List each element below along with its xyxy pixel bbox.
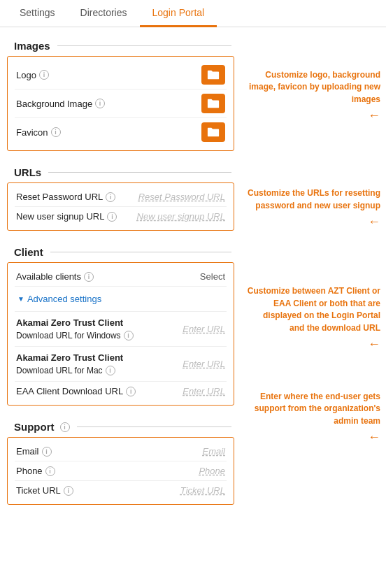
ticket-url-info-icon[interactable]: i: [64, 486, 73, 496]
tab-login-portal[interactable]: Login Portal: [140, 0, 217, 27]
email-label-text: Email: [16, 446, 39, 457]
reset-password-url-input[interactable]: Reset Password URL: [138, 192, 225, 202]
available-clients-label: Available clients i: [16, 271, 200, 282]
ticket-url-row: Ticket URL i Ticket URL: [15, 481, 227, 500]
urls-section-title: URLs: [7, 161, 234, 182]
tab-bar: Settings Directories Login Portal: [0, 0, 386, 27]
ticket-url-label-text: Ticket URL: [16, 485, 61, 496]
folder-icon: [207, 127, 220, 138]
available-clients-select-button[interactable]: Select: [200, 271, 225, 282]
support-section: Support i Email i Email Phone i Phone: [7, 415, 234, 505]
reset-password-url-label-text: Reset Password URL: [16, 192, 103, 202]
email-info-icon[interactable]: i: [42, 447, 52, 457]
azt-windows-row: Akamai Zero Trust Client Download URL fo…: [15, 312, 227, 347]
new-user-signup-url-input[interactable]: New user signup URL: [137, 211, 225, 222]
client-section-title: Client: [7, 241, 234, 262]
eaa-client-label: EAA Client Download URL i: [16, 386, 183, 396]
tab-directories[interactable]: Directories: [68, 0, 140, 27]
client-box: Available clients i Select ▼ Advanced se…: [7, 262, 234, 406]
ticket-url-input[interactable]: Ticket URL: [180, 485, 225, 496]
background-image-label-text: Background Image: [16, 99, 92, 109]
azt-windows-sublabel: Download URL for Windows i: [16, 331, 134, 340]
logo-row: Logo i: [15, 61, 227, 89]
available-clients-info-icon[interactable]: i: [84, 272, 94, 282]
azt-mac-label-text: Akamai Zero Trust Client: [16, 352, 123, 363]
phone-label: Phone i: [16, 466, 199, 476]
background-image-info-icon[interactable]: i: [95, 99, 105, 108]
background-image-label: Background Image i: [16, 99, 201, 109]
client-arrow-icon: ←: [368, 337, 380, 351]
logo-info-icon[interactable]: i: [39, 70, 49, 80]
reset-password-url-label: Reset Password URL i: [16, 192, 138, 202]
azt-mac-info-icon[interactable]: i: [106, 366, 115, 375]
urls-box: Reset Password URL i Reset Password URL …: [7, 182, 234, 231]
favicon-row: Favicon i: [15, 118, 227, 146]
email-row: Email i Email: [15, 442, 227, 461]
phone-row: Phone i Phone: [15, 461, 227, 481]
images-annotation-text: Customize logo, background image, favico…: [247, 69, 380, 106]
reset-password-url-info-icon[interactable]: i: [106, 192, 115, 202]
azt-windows-url-input[interactable]: Enter URL: [183, 324, 225, 334]
support-section-title: Support i: [7, 415, 234, 437]
logo-upload-button[interactable]: [201, 65, 225, 85]
tab-settings[interactable]: Settings: [7, 0, 68, 27]
available-clients-row: Available clients i Select: [15, 267, 227, 287]
client-annotation: Customize between AZT Client or EAA Clie…: [247, 285, 380, 353]
email-label: Email i: [16, 446, 202, 457]
logo-label-text: Logo: [16, 70, 36, 80]
azt-windows-label-text: Akamai Zero Trust Client: [16, 317, 123, 328]
phone-label-text: Phone: [16, 466, 43, 476]
email-input[interactable]: Email: [202, 446, 225, 457]
favicon-label-text: Favicon: [16, 127, 48, 138]
eaa-client-label-text: EAA Client Download URL: [16, 386, 123, 396]
eaa-client-info-icon[interactable]: i: [126, 387, 136, 396]
support-box: Email i Email Phone i Phone Ticket URL i: [7, 437, 234, 505]
client-annotation-text: Customize between AZT Client or EAA Clie…: [247, 285, 380, 334]
right-panel: Customize logo, background image, favico…: [241, 34, 386, 515]
advanced-settings-row: ▼ Advanced settings: [15, 287, 227, 312]
advanced-settings-toggle[interactable]: ▼ Advanced settings: [16, 291, 103, 307]
available-clients-label-text: Available clients: [16, 271, 81, 282]
images-arrow-icon: ←: [368, 108, 380, 122]
images-box: Logo i Background Image i: [7, 56, 234, 151]
background-image-upload-button[interactable]: [201, 94, 225, 113]
azt-mac-url-input[interactable]: Enter URL: [183, 359, 225, 369]
new-user-signup-url-info-icon[interactable]: i: [107, 212, 117, 222]
azt-mac-row: Akamai Zero Trust Client Download URL fo…: [15, 347, 227, 382]
main-content: Images Logo i Ba: [0, 27, 386, 522]
favicon-upload-button[interactable]: [201, 122, 225, 142]
left-panel: Images Logo i Ba: [0, 34, 241, 515]
support-annotation: Enter where the end-user gets support fr…: [247, 391, 380, 446]
support-arrow-icon: ←: [368, 430, 380, 444]
ticket-url-label: Ticket URL i: [16, 485, 180, 496]
images-section: Images Logo i Ba: [7, 34, 234, 151]
images-annotation: Customize logo, background image, favico…: [247, 69, 380, 124]
logo-label: Logo i: [16, 70, 201, 80]
urls-annotation: Customize the URLs for resetting passwor…: [247, 187, 380, 231]
images-section-title: Images: [7, 34, 234, 56]
support-annotation-text: Enter where the end-user gets support fr…: [247, 391, 380, 427]
phone-info-icon[interactable]: i: [45, 466, 55, 476]
azt-windows-label: Akamai Zero Trust Client Download URL fo…: [16, 317, 183, 340]
urls-arrow-icon: ←: [368, 215, 380, 229]
azt-mac-sublabel: Download URL for Mac i: [16, 366, 115, 375]
urls-section: URLs Reset Password URL i Reset Password…: [7, 161, 234, 231]
chevron-down-icon: ▼: [17, 295, 24, 303]
favicon-label: Favicon i: [16, 127, 201, 138]
advanced-settings-label: Advanced settings: [27, 294, 101, 304]
eaa-client-row: EAA Client Download URL i Enter URL: [15, 382, 227, 401]
folder-icon: [207, 69, 220, 80]
phone-input[interactable]: Phone: [199, 466, 225, 476]
urls-annotation-text: Customize the URLs for resetting passwor…: [247, 187, 380, 212]
support-title-text: Support: [14, 421, 55, 433]
new-user-signup-url-label: New user signup URL i: [16, 211, 137, 222]
favicon-info-icon[interactable]: i: [51, 127, 61, 137]
eaa-client-url-input[interactable]: Enter URL: [183, 386, 225, 396]
reset-password-url-row: Reset Password URL i Reset Password URL: [15, 187, 227, 207]
new-user-signup-url-row: New user signup URL i New user signup UR…: [15, 207, 227, 226]
azt-mac-label: Akamai Zero Trust Client Download URL fo…: [16, 352, 183, 375]
new-user-signup-url-label-text: New user signup URL: [16, 211, 104, 222]
support-info-icon[interactable]: i: [60, 422, 70, 432]
azt-windows-info-icon[interactable]: i: [124, 331, 134, 340]
client-section: Client Available clients i Select ▼ Adva…: [7, 241, 234, 406]
